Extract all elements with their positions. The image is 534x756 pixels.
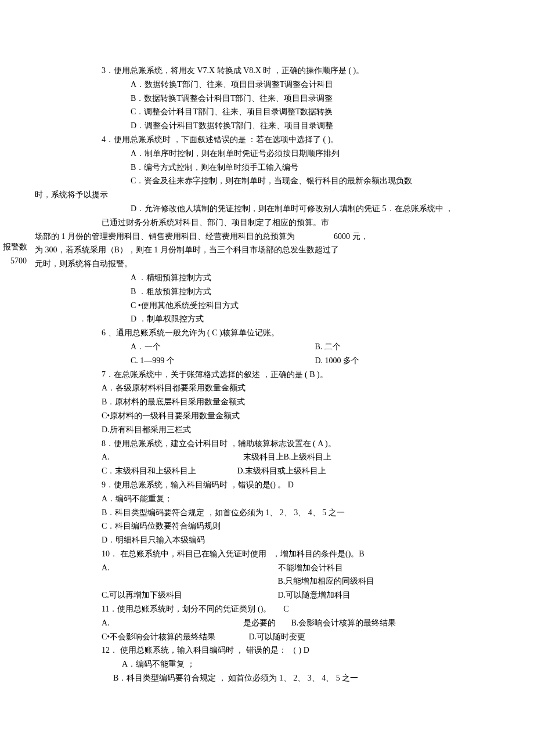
q7-option-a: A．各级原材料科目都要采用数量金额式 [102,381,499,395]
q5-line2-amount: 6000 元， [334,232,369,241]
q6-options-row1: A．一个 B. 二个 [131,340,499,354]
q12-option-b: B．科目类型编码要符合规定 ， 如首位必须为 1、 2、 3、 4、 5 之一 [113,671,499,685]
q8-option-b: B.上级科目上 [284,453,332,461]
q3-option-c: C．调整会计科目T部门、往来、项目目录调整T数据转换 [131,105,499,119]
q9-option-d: D．明细科目只输入本级编码 [102,533,499,547]
q6-option-b: B. 二个 [315,340,500,354]
q7-option-b: B．原材料的最底层科目采用数量金额式 [102,395,499,409]
q8-options-row2: C．末级科目和上级科目上 D.末级科目或上级科目上 [102,464,499,478]
q8-stem: 8．使用总账系统，建立会计科目时 ，辅助核算标志设置在 ( A )。 [102,437,499,451]
q10-option-a-label: A. [102,561,276,575]
q5-option-a: A ．精细预算控制方式 [131,271,499,285]
content-area: 3．使用总账系统，将用友 V7.X 转换成 V8.X 时 ，正确的操作顺序是 (… [75,64,499,685]
q8-option-a-text: 末级科目上 [243,453,284,461]
q7-option-d: D.所有科目都采用三栏式 [102,423,499,437]
q4-option-a: A．制单序时控制，则在制单时凭证号必须按日期顺序排列 [131,147,499,161]
q5-line2-text: 场部的 1 月份的管理费用科目、销售费用科目、经营费用科目的总预算为 [35,232,295,241]
q11-option-c: C•不会影响会计核算的最终结果 [102,630,247,644]
q6-option-d: D. 1000 多个 [315,354,500,368]
q10-option-b: B.只能增加相应的同级科目 [278,577,375,585]
q10-options-row2: C.可以再增加下级科目 D.可以随意增加科目 [102,588,499,602]
q11-stem: 11．使用总账系统时，划分不同的凭证类别 ()。 C [102,602,499,616]
q9-option-a: A．编码不能重复； [102,492,499,506]
q7-stem: 7．在总账系统中，关于账簿格式选择的叙述 ，正确的是 ( B )。 [102,368,499,382]
q8-options-row1: A. 末级科目上B.上级科目上 [102,450,499,464]
q5-option-d: D ．制单权限控方式 [131,312,499,326]
q8-option-a-label: A. [102,450,241,464]
q4-option-c-continuation: 时，系统将予以提示 [35,188,499,202]
q5-line3: 为 300，若系统采用（B），则在 1 月份制单时，当三个科目市场部的总发生数超… [35,243,499,257]
q10-options-row1b: B.只能增加相应的同级科目 [102,574,499,588]
q9-stem: 9．使用总账系统，输入科目编码时 ，错误的是() 。 D [102,478,499,492]
q3-option-a: A．数据转换T部门、往来、项目目录调整T调整会计科目 [131,78,499,92]
q11-option-d: D.可以随时变更 [249,632,306,641]
q11-option-a-label: A. [102,616,241,630]
q7-option-c: C•原材料的一级科目要采用数量金额式 [102,409,499,423]
q4-option-d: D．允许修改他人填制的凭证控制，则在制单时可修改别人填制的凭证 5．在总账系统中… [131,202,499,216]
q6-option-a: A．一个 [131,340,315,354]
q5-option-b: B ．粗放预算控制方式 [131,285,499,299]
q11-option-a-text: 是必要的 [243,618,276,627]
q5-line2: 场部的 1 月份的管理费用科目、销售费用科目、经营费用科目的总预算为 6000 … [35,230,499,244]
q10-options-row1: A. 不能增加会计科目 [102,561,499,575]
q10-option-d: D.可以随意增加科目 [278,591,351,599]
q8-option-c: C．末级科目和上级科目上 [102,464,235,478]
q12-stem: 12． 使用总账系统，输入科目编码时 ， 错误的是： （ ) D [102,643,499,657]
q10-option-a-text: 不能增加会计科目 [278,563,343,572]
q10-option-c: C.可以再增加下级科目 [102,588,276,602]
q11-options-row2: C•不会影响会计核算的最终结果 D.可以随时变更 [102,630,499,644]
q3-option-d: D．调整会计科目T数据转换T部门、往来、项目目录调整 [131,119,499,133]
q5-option-c: C •使用其他系统受控科目方式 [131,299,499,313]
q4-option-c: C．资金及往来赤字控制，则在制单时，当现金、银行科目的最新余额出现负数 [131,174,499,188]
q3-stem: 3．使用总账系统，将用友 V7.X 转换成 V8.X 时 ，正确的操作顺序是 (… [102,64,499,78]
q10-stem: 10． 在总账系统中，科目已在输入凭证时使用 ，增加科目的条件是()。B [102,547,499,561]
q11-options-row1: A. 是必要的 B.会影响会计核算的最终结果 [102,616,499,630]
q5-line4: 元时，则系统将自动报警。 [35,257,499,271]
q5-line1: 已通过财务分析系统对科目、部门、项目制定了相应的预算。市 [75,216,499,230]
q3-option-b: B．数据转换T调整会计科目T部门、往来、项目目录调整 [131,92,499,106]
q11-option-b: B.会影响会计核算的最终结果 [291,618,396,627]
q4-option-b: B．编号方式控制，则在制单时须手工输入编号 [131,161,499,175]
q8-option-d: D.末级科目或上级科目上 [237,466,327,475]
q4-stem: 4．使用总账系统时 ，下面叙述错误的是 ：若在选项中选择了 ( )。 [102,133,499,147]
q9-option-c: C．科目编码位数要符合编码规则 [102,519,499,533]
q6-options-row2: C. 1—999 个 D. 1000 多个 [131,354,499,368]
q9-option-b: B．科目类型编码要符合规定 ，如首位必须为 1、 2、 3、 4、 5 之一 [102,506,499,520]
q6-stem: 6 、通用总账系统一般允许为 ( C )核算单位记账。 [102,326,499,340]
document-page: 3．使用总账系统，将用友 V7.X 转换成 V8.X 时 ，正确的操作顺序是 (… [0,0,534,720]
q6-option-c: C. 1—999 个 [131,354,315,368]
q12-option-a: A．编码不能重复 ； [122,657,499,671]
